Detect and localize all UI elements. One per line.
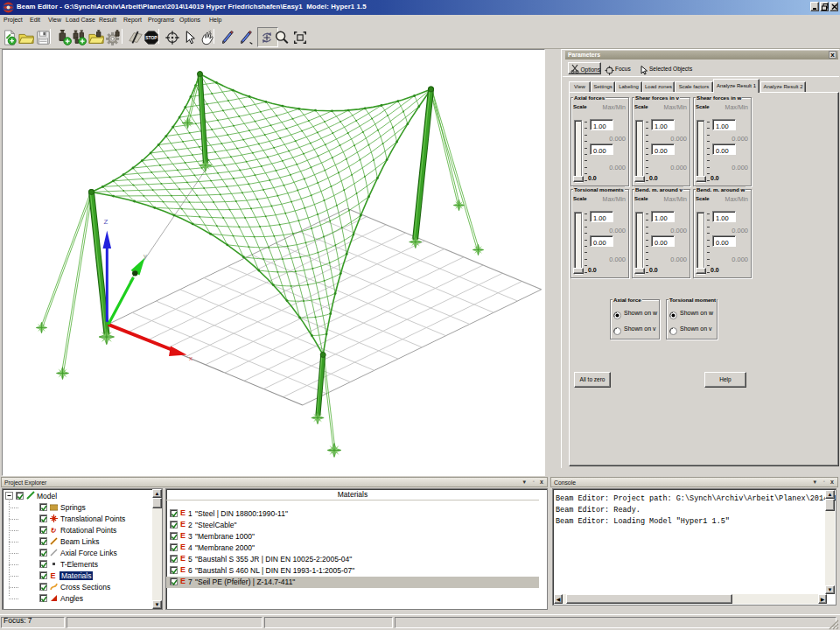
svg-text:Z: Z: [104, 218, 108, 226]
svg-text:↻: ↻: [50, 527, 56, 534]
svg-text:STOP: STOP: [145, 36, 158, 40]
svg-text:x: x: [189, 354, 192, 362]
svg-text:E: E: [51, 571, 56, 579]
svg-text:y: y: [144, 252, 147, 260]
